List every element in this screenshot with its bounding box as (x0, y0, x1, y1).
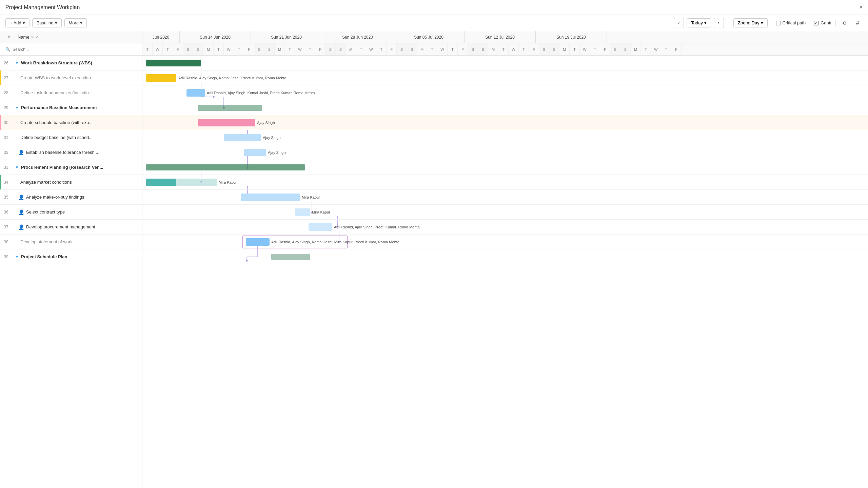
day-cell: S (620, 43, 631, 56)
day-cell: T (142, 43, 153, 56)
table-row: 37 👤 Develop procurement management... (0, 220, 142, 235)
expand-arrow-icon[interactable]: ▼ (15, 61, 19, 65)
row-number: 34 (0, 180, 12, 185)
next-button[interactable]: › (714, 18, 724, 28)
task-name: Procurement Planning (Research Ven... (21, 165, 103, 170)
row-number: 30 (0, 120, 12, 125)
prev-icon: ‹ (678, 20, 679, 25)
day-cell: T (448, 43, 458, 56)
day-cell: S (407, 43, 417, 56)
task-name: Select contract type (26, 209, 65, 215)
row-content: ▼ Work Breakdown Structure (WBS) (12, 60, 142, 65)
print-button[interactable]: 🖨 (852, 19, 863, 27)
gantt-bar-label: Ajay Singh (268, 150, 286, 155)
print-icon: 🖨 (855, 20, 860, 26)
person-icon: 👤 (18, 150, 24, 155)
day-cell: T (163, 43, 173, 56)
day-cell: W (366, 43, 376, 56)
baseline-chevron-icon: ▾ (55, 20, 57, 25)
table-row: 34 Analyze market conditions (0, 175, 142, 190)
tools-button[interactable]: ⚙ (840, 19, 850, 27)
critical-path-toggle[interactable]: Critical path (776, 20, 806, 25)
gantt-row: Ajay Singh (142, 145, 868, 160)
day-cell: T (519, 43, 529, 56)
more-button[interactable]: More ▾ (64, 18, 87, 27)
toolbar-left: + Add ▾ Baseline ▾ More ▾ (5, 18, 87, 27)
day-cell: F (600, 43, 610, 56)
row-number: 35 (0, 195, 12, 200)
gantt-bar (146, 74, 176, 82)
gantt-bar (198, 105, 262, 111)
table-header: # Name ⇅ ⤢ (0, 31, 142, 43)
close-button[interactable]: × (859, 4, 863, 11)
prev-button[interactable]: ‹ (674, 18, 684, 28)
zoom-button[interactable]: Zoom: Day ▾ (733, 18, 768, 27)
critical-path-label: Critical path (783, 20, 806, 25)
table-row: 36 👤 Select contract type (0, 205, 142, 220)
gantt-bar (246, 238, 270, 246)
gantt-bar (271, 254, 310, 260)
toolbar: + Add ▾ Baseline ▾ More ▾ ‹ Today ▾ › Zo… (0, 15, 868, 31)
day-cell: S (193, 43, 203, 56)
day-cell: M (559, 43, 570, 56)
day-cell: M (631, 43, 641, 56)
task-name: Work Breakdown Structure (WBS) (21, 60, 92, 65)
gantt-toggle[interactable]: ✓ Gantt (814, 20, 831, 25)
day-cell: F (173, 43, 183, 56)
gantt-bar-label: Adil Rashid, Ajay Singh, Komal Joshi, Pr… (178, 76, 287, 80)
row-number: 33 (0, 165, 12, 170)
gantt-bar-label: Mira Kapur (312, 210, 330, 214)
row-color-indicator (0, 70, 1, 85)
day-cell: T (305, 43, 315, 56)
task-name: Develop statement of work (20, 239, 73, 244)
day-cell: T (498, 43, 509, 56)
gantt-rows: Adil Rashid, Ajay Singh, Komal Joshi, Pr… (142, 56, 868, 488)
gantt-row: Adil Rashid, Ajay Singh, Preeti Kumar, R… (142, 220, 868, 235)
search-input[interactable] (3, 46, 139, 53)
gantt-bar (295, 208, 310, 216)
gantt-bar (186, 89, 205, 97)
gantt-bar (244, 149, 266, 156)
table-row: 39 ▼ Project Schedule Plan (0, 249, 142, 264)
toolbar-right: ‹ Today ▾ › Zoom: Day ▾ Critical path ✓ … (674, 18, 863, 28)
person-icon: 👤 (18, 209, 24, 215)
task-name: Analyze market conditions (20, 180, 72, 185)
expand-icon: ⤢ (35, 35, 38, 39)
gantt-bar (309, 223, 332, 231)
row-content: 👤 Establish baseline tolerance thresh... (12, 150, 142, 155)
gantt-row (142, 249, 868, 264)
week-label: Sun 14 Jun 2020 (180, 31, 251, 43)
row-content: 👤 Analyze make-or-buy findings (12, 195, 142, 200)
day-cell: S (539, 43, 549, 56)
expand-arrow-icon[interactable]: ▼ (15, 255, 19, 259)
gantt-bar-label: Adil Rashid, Ajay Singh, Komal Joshi, Pr… (207, 91, 315, 95)
row-content: Analyze market conditions (12, 180, 142, 185)
week-label: Jun 2020 (142, 31, 180, 43)
task-name: Define task dependencies (includin... (20, 90, 92, 95)
left-panel: # Name ⇅ ⤢ 🔍 26 ▼ Work Breakdown (0, 31, 142, 488)
gantt-row: Mira Kapur (142, 205, 868, 220)
row-number: 27 (0, 76, 12, 80)
table-row: 28 Define task dependencies (includin... (0, 85, 142, 100)
day-cell: S (254, 43, 264, 56)
gantt-bar (198, 119, 255, 126)
expand-arrow-icon[interactable]: ▼ (15, 105, 19, 110)
row-number: 26 (0, 61, 12, 65)
gantt-row: Adil Rashid, Ajay Singh, Komal Joshi, Pr… (142, 70, 868, 85)
row-content: 👤 Select contract type (12, 209, 142, 215)
day-cell: T (376, 43, 387, 56)
day-cell: W (224, 43, 234, 56)
week-label: Sun 19 Jul 2020 (536, 31, 607, 43)
baseline-button[interactable]: Baseline ▾ (32, 18, 62, 27)
day-cell: W (295, 43, 305, 56)
row-content: Create WBS to work-level execution (12, 75, 142, 80)
day-cell: W (580, 43, 590, 56)
today-button[interactable]: Today ▾ (687, 18, 711, 27)
expand-arrow-icon[interactable]: ▼ (15, 165, 19, 170)
task-name: Analyze make-or-buy findings (26, 195, 84, 200)
row-number: 31 (0, 135, 12, 140)
add-button[interactable]: + Add ▾ (5, 18, 29, 27)
gantt-bar-label: Mira Kapur (302, 195, 320, 199)
day-cell: F (529, 43, 539, 56)
day-labels-row: T W T F S S M T W T F S S M T W T F S S (142, 43, 868, 56)
